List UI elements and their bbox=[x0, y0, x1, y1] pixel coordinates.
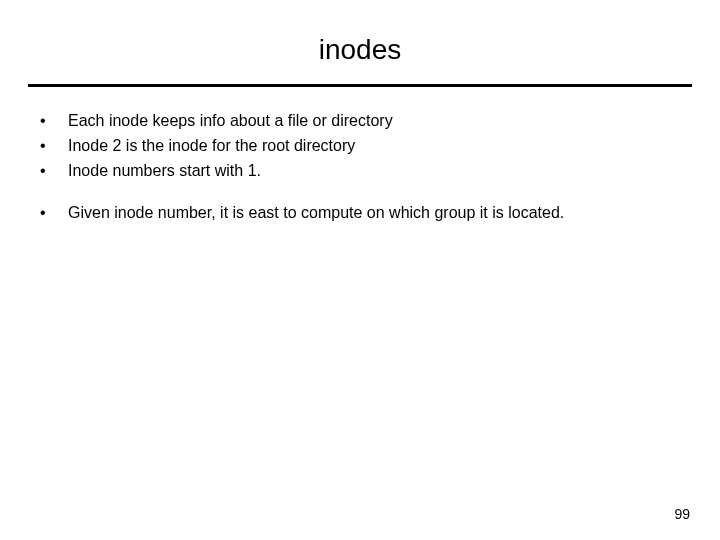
list-item: • Given inode number, it is east to comp… bbox=[40, 201, 680, 226]
title-underline bbox=[28, 84, 692, 87]
list-item: • Each inode keeps info about a file or … bbox=[40, 109, 680, 134]
bullet-group-1: • Each inode keeps info about a file or … bbox=[40, 109, 680, 183]
bullet-icon: • bbox=[40, 201, 68, 226]
page-number: 99 bbox=[674, 506, 690, 522]
slide: inodes • Each inode keeps info about a f… bbox=[0, 0, 720, 540]
list-item: • Inode numbers start with 1. bbox=[40, 159, 680, 184]
bullet-text: Given inode number, it is east to comput… bbox=[68, 201, 680, 226]
bullet-text: Each inode keeps info about a file or di… bbox=[68, 109, 680, 134]
slide-body: • Each inode keeps info about a file or … bbox=[0, 109, 720, 226]
bullet-icon: • bbox=[40, 159, 68, 184]
bullet-text: Inode numbers start with 1. bbox=[68, 159, 680, 184]
slide-title: inodes bbox=[0, 0, 720, 84]
bullet-text: Inode 2 is the inode for the root direct… bbox=[68, 134, 680, 159]
bullet-icon: • bbox=[40, 134, 68, 159]
bullet-icon: • bbox=[40, 109, 68, 134]
bullet-group-2: • Given inode number, it is east to comp… bbox=[40, 201, 680, 226]
list-item: • Inode 2 is the inode for the root dire… bbox=[40, 134, 680, 159]
